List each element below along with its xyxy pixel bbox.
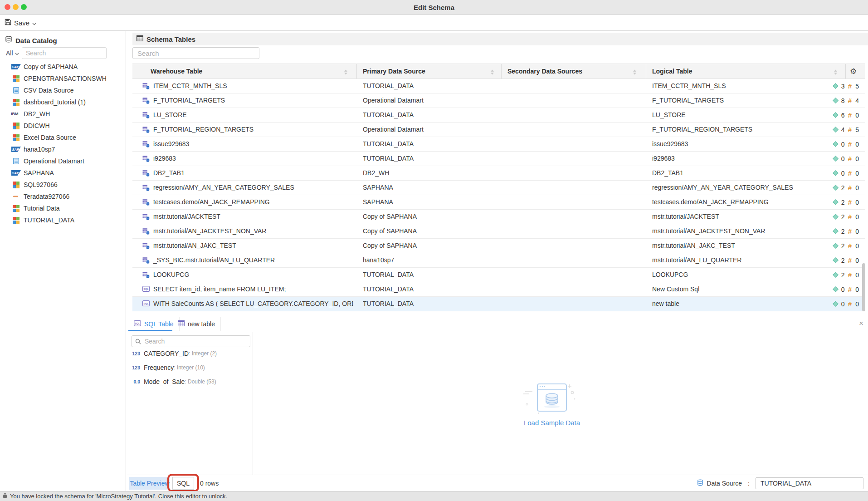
tab-sql[interactable]: SQL [172,477,194,490]
toolbar: Save [0,15,868,31]
column-datatype: : Integer (10) [174,364,205,371]
sql-table-icon: SQL [142,300,150,308]
table-row[interactable]: F_TUTORIAL_TARGETS Operational Datamart … [132,93,865,108]
gear-icon[interactable]: ⚙ [850,64,857,79]
fact-count: 0 [855,300,859,308]
sidebar-item-sql927066[interactable]: SQL927066 [0,179,126,191]
table-row[interactable]: LOOKUPCG TUTORIAL_DATA LOOKUPCG 2 # 0 [132,268,865,282]
attribute-diamond-icon [833,243,839,249]
table-row[interactable]: mstr.tutorial/JACKTEST Copy of SAPHANA m… [132,210,865,224]
primary-data-source-cell: DB2_WH [363,166,389,180]
sort-icon[interactable] [344,69,348,76]
schema-tables-header: Schema Tables [132,33,868,45]
table-row[interactable]: regression/AMY_AN_YEAR_CATEGORY_SALES SA… [132,181,865,195]
attribute-count: 0 [841,300,845,308]
sidebar-item-teradata927066[interactable]: Teradata927066 [0,191,126,202]
primary-data-source-cell: SAPHANA [363,195,393,209]
zoom-window-button[interactable] [21,4,27,10]
primary-data-source-cell: Copy of SAPHANA [363,224,417,238]
table-row[interactable]: i929683 TUTORIAL_DATA i929683 0 # 0 [132,152,865,166]
table-row[interactable]: DB2_TAB1 DB2_WH DB2_TAB1 0 # 0 [132,166,865,181]
table-row[interactable]: mstr.tutorial/AN_JAKC_TEST Copy of SAPHA… [132,239,865,253]
logical-table-cell: ITEM_CCTR_MNTH_SLS [652,79,726,93]
sidebar-item-hana10sp7[interactable]: SAP hana10sp7 [0,143,126,155]
sidebar-item-tutorial-data[interactable]: TUTORIAL_DATA [0,214,126,226]
table-row[interactable]: SQL WITH SaleCounts AS ( SELECT LU_CATEG… [132,297,865,311]
sidebar-item-operational-datamart[interactable]: Operational Datamart [0,155,126,167]
row-counts: 2 # 0 [834,253,859,267]
save-button[interactable]: Save [5,15,36,30]
catalog-filter-dropdown[interactable]: All [6,49,19,57]
attribute-diamond-icon [833,156,839,162]
data-source-label: Data Source [707,480,742,487]
sidebar-item-saphana[interactable]: SAP SAPHANA [0,167,126,179]
primary-data-source-cell: TUTORIAL_DATA [363,108,414,122]
table-row[interactable]: mstr.tutorial/AN_JACKTEST_NON_VAR Copy o… [132,224,865,239]
column-header-warehouse-table[interactable]: Warehouse Table [151,64,202,79]
sidebar-item-tutorial-data[interactable]: Tutorial Data [0,202,126,214]
tab-sql-table[interactable]: SQL SQL Table [128,317,180,331]
column-list-item[interactable]: 123 CATEGORY_ID : Integer (2) [127,346,253,360]
table-row[interactable]: SQL SELECT item_id, item_name FROM LU_IT… [132,282,865,297]
column-search-input[interactable] [132,335,250,347]
table-row[interactable]: LU_STORE TUTORIAL_DATA LU_STORE 6 # 0 [132,108,865,123]
primary-data-source-cell: TUTORIAL_DATA [363,152,414,166]
attribute-count: 0 [841,155,845,162]
window-title: Edit Schema [0,0,868,15]
data-catalog-title: Data Catalog [15,37,57,44]
close-icon[interactable]: × [859,319,863,328]
sidebar-item-db2-wh[interactable]: IBM DB2_WH [0,108,126,120]
close-window-button[interactable] [5,4,10,10]
sidebar-item-copy-of-saphana[interactable]: SAP Copy of SAPHANA [0,61,126,73]
primary-data-source-cell: TUTORIAL_DATA [363,282,414,296]
office-grid-icon [11,205,21,212]
sidebar-item-dashboard-tutorial-1[interactable]: dashboard_tutorial (1) [0,96,126,108]
logical-table-cell: issue929683 [652,137,688,151]
sidebar-item-ddicwh[interactable]: DDICWH [0,120,126,132]
load-sample-illustration [522,409,581,417]
table-row[interactable]: _SYS_BIC.mstr.tutorial/AN_LU_QUARTER han… [132,253,865,268]
table-row[interactable]: F_TUTORIAL_REGION_TARGETS Operational Da… [132,123,865,137]
logical-table-cell: new table [652,297,679,311]
attribute-diamond-icon [833,214,839,220]
table-row[interactable]: issue929683 TUTORIAL_DATA issue929683 0 … [132,137,865,152]
attribute-count: 4 [841,126,845,133]
sidebar-item-label: Copy of SAPHANA [24,63,78,70]
sort-icon[interactable] [834,69,838,76]
load-sample-data-link[interactable]: Load Sample Data [522,419,581,427]
data-source-value[interactable] [756,477,863,489]
office-grid-icon [11,134,21,141]
warehouse-table-cell: F_TUTORIAL_TARGETS [153,93,225,108]
table-row[interactable]: testcases.demo/AN_JACK_REMAPPING SAPHANA… [132,195,865,210]
schema-tables-search-input[interactable] [132,47,259,59]
schema-tables-panel: Schema Tables Warehouse Table Primary Da… [127,31,868,491]
fact-hash-icon: # [848,271,852,278]
column-header-logical-table[interactable]: Logical Table [652,64,692,79]
tab-label: SQL Table [144,320,174,328]
column-type-icon: 123 [128,351,140,356]
column-list-item[interactable]: 0.0 Mode_of_Sale : Double (53) [127,374,253,388]
office-grid-icon [11,75,21,82]
column-list-item[interactable]: 123 Frequency : Integer (10) [127,360,253,374]
column-header-secondary-data-sources[interactable]: Secondary Data Sources [507,64,582,79]
attribute-count: 8 [841,97,845,104]
preview-bar: Table Preview SQL 0 rows Data Source : [127,475,868,491]
column-divider [646,64,646,79]
column-header-primary-data-source[interactable]: Primary Data Source [363,64,425,79]
fact-count: 4 [855,97,859,104]
sidebar-item-excel-data-source[interactable]: Excel Data Source [0,132,126,143]
teradata-icon [11,195,21,198]
sidebar-item-cpengtransactionswh[interactable]: CPENGTRANSACTIONSWH [0,73,126,84]
sort-icon[interactable] [490,69,494,76]
tab-new-table[interactable]: new table [172,317,221,331]
sidebar-item-csv-data-source[interactable]: CSV Data Source [0,84,126,96]
sort-icon[interactable] [633,69,637,76]
attribute-diamond-icon [833,83,839,89]
vertical-scrollbar-thumb[interactable] [862,263,865,311]
fact-count: 0 [855,228,859,235]
attribute-count: 2 [841,257,845,264]
catalog-search-input[interactable] [22,47,107,59]
tab-table-preview[interactable]: Table Preview [129,477,170,490]
minimize-window-button[interactable] [13,4,19,10]
table-row[interactable]: ITEM_CCTR_MNTH_SLS TUTORIAL_DATA ITEM_CC… [132,79,865,93]
